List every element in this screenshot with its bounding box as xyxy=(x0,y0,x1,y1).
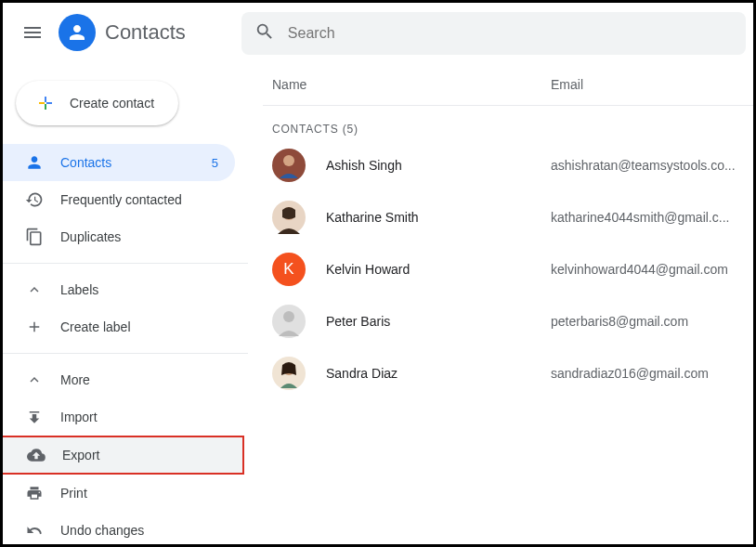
print-icon xyxy=(25,484,44,502)
plus-icon xyxy=(25,318,44,336)
app-title: Contacts xyxy=(105,20,186,45)
sidebar-item-duplicates[interactable]: Duplicates xyxy=(3,218,235,255)
avatar xyxy=(272,149,306,182)
sidebar-item-labels[interactable]: Labels xyxy=(3,271,235,308)
divider xyxy=(3,263,248,264)
chevron-up-icon xyxy=(25,280,44,299)
person-icon xyxy=(25,153,44,172)
divider xyxy=(3,353,248,354)
sidebar-item-label: More xyxy=(60,372,90,387)
svg-point-5 xyxy=(283,311,294,322)
sidebar-item-undo-changes[interactable]: Undo changes xyxy=(3,512,235,547)
svg-point-1 xyxy=(283,155,294,166)
sidebar-item-label: Create label xyxy=(60,319,131,334)
column-header-name[interactable]: Name xyxy=(272,77,551,92)
sidebar-item-label: Labels xyxy=(60,282,98,297)
history-icon xyxy=(25,190,44,209)
copy-icon xyxy=(25,228,44,246)
contact-email: kelvinhoward4044@gmail.com xyxy=(551,262,728,277)
sidebar-item-label: Frequently contacted xyxy=(60,192,182,207)
contact-email: sandradiaz016@gmail.com xyxy=(551,366,709,381)
sidebar-item-frequently-contacted[interactable]: Frequently contacted xyxy=(3,181,235,218)
cloud-upload-icon xyxy=(27,446,46,464)
contact-name: Sandra Diaz xyxy=(326,366,551,381)
contact-row[interactable]: Katharine Smithkatharine4044smith@gmail.… xyxy=(263,191,753,243)
chevron-up-icon xyxy=(25,371,44,389)
avatar xyxy=(272,201,306,234)
sidebar-item-import[interactable]: Import xyxy=(3,398,235,436)
search-icon xyxy=(254,21,275,46)
search-bar[interactable] xyxy=(241,12,746,55)
sidebar-item-contacts[interactable]: Contacts 5 xyxy=(3,144,235,181)
search-input[interactable] xyxy=(288,25,733,42)
sidebar-item-label: Duplicates xyxy=(60,229,121,244)
contact-row[interactable]: Ashish Singhashishratan@teamsystools.co.… xyxy=(263,139,753,191)
sidebar-item-label: Print xyxy=(60,486,87,501)
sidebar-item-label: Contacts xyxy=(60,155,111,170)
contact-name: Ashish Singh xyxy=(326,158,551,173)
undo-icon xyxy=(25,521,44,540)
contact-row[interactable]: KKelvin Howardkelvinhoward4044@gmail.com xyxy=(263,243,753,295)
contact-email: peterbaris8@gmail.com xyxy=(551,314,688,329)
column-header-email[interactable]: Email xyxy=(551,77,744,92)
create-contact-label: Create contact xyxy=(70,96,154,111)
content-area: Name Email CONTACTS (5) Ashish Singhashi… xyxy=(248,62,753,544)
contact-name: Katharine Smith xyxy=(326,210,551,225)
contact-name: Kelvin Howard xyxy=(326,262,551,277)
avatar xyxy=(272,305,306,338)
avatar xyxy=(272,357,306,390)
contact-row[interactable]: Peter Barispeterbaris8@gmail.com xyxy=(263,295,753,347)
sidebar-item-export[interactable]: Export xyxy=(1,436,244,475)
sidebar-item-count: 5 xyxy=(212,156,218,170)
avatar: K xyxy=(272,253,306,286)
contact-row[interactable]: Sandra Diazsandradiaz016@gmail.com xyxy=(263,347,753,399)
plus-icon xyxy=(34,92,57,114)
section-label: CONTACTS (5) xyxy=(263,106,753,139)
sidebar-item-label: Export xyxy=(62,448,99,462)
sidebar-item-create-label[interactable]: Create label xyxy=(3,308,235,345)
sidebar-item-print[interactable]: Print xyxy=(3,475,235,512)
sidebar: Create contact Contacts 5 Frequently con… xyxy=(3,62,248,544)
table-header: Name Email xyxy=(263,77,753,106)
contact-email: ashishratan@teamsystools.co... xyxy=(551,158,736,173)
hamburger-menu[interactable] xyxy=(10,10,55,55)
sidebar-item-label: Undo changes xyxy=(60,523,144,538)
contacts-logo xyxy=(59,14,96,51)
import-icon xyxy=(25,408,44,426)
contact-name: Peter Baris xyxy=(326,314,551,329)
create-contact-button[interactable]: Create contact xyxy=(16,81,178,125)
sidebar-item-label: Import xyxy=(60,410,98,424)
contact-email: katharine4044smith@gmail.c... xyxy=(551,210,729,225)
sidebar-item-more[interactable]: More xyxy=(3,361,235,398)
